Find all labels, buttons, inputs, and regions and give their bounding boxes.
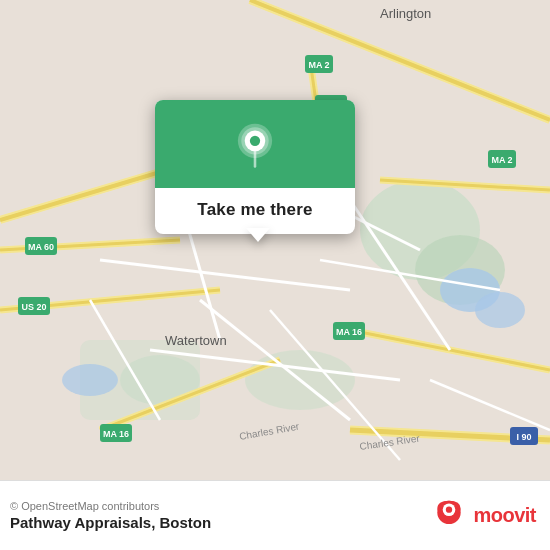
moovit-logo-icon	[431, 498, 467, 534]
bottom-bar: © OpenStreetMap contributors Pathway App…	[0, 480, 550, 550]
svg-text:MA 2: MA 2	[491, 155, 512, 165]
svg-text:MA 2: MA 2	[308, 60, 329, 70]
svg-text:US 20: US 20	[21, 302, 46, 312]
moovit-logo: moovit	[431, 498, 536, 534]
map-background: Charles River Charles River MA 2 MA 2 MA…	[0, 0, 550, 480]
svg-point-8	[62, 364, 118, 396]
svg-text:Arlington: Arlington	[380, 6, 431, 21]
svg-point-63	[446, 506, 452, 512]
svg-text:MA 16: MA 16	[103, 429, 129, 439]
moovit-brand-text: moovit	[473, 504, 536, 527]
svg-text:MA 60: MA 60	[28, 242, 54, 252]
svg-text:MA 16: MA 16	[336, 327, 362, 337]
popup-header	[155, 100, 355, 188]
take-me-there-button[interactable]: Take me there	[197, 200, 312, 220]
attribution-text: © OpenStreetMap contributors	[10, 500, 211, 512]
map-area: Charles River Charles River MA 2 MA 2 MA…	[0, 0, 550, 480]
location-pin-icon	[231, 122, 279, 170]
location-popup: Take me there	[155, 100, 355, 234]
svg-point-7	[475, 292, 525, 328]
svg-text:I 90: I 90	[516, 432, 531, 442]
popup-tail	[246, 228, 270, 242]
bottom-left-info: © OpenStreetMap contributors Pathway App…	[10, 500, 211, 531]
svg-text:Watertown: Watertown	[165, 333, 227, 348]
location-label: Pathway Appraisals, Boston	[10, 514, 211, 531]
svg-point-60	[250, 136, 260, 146]
